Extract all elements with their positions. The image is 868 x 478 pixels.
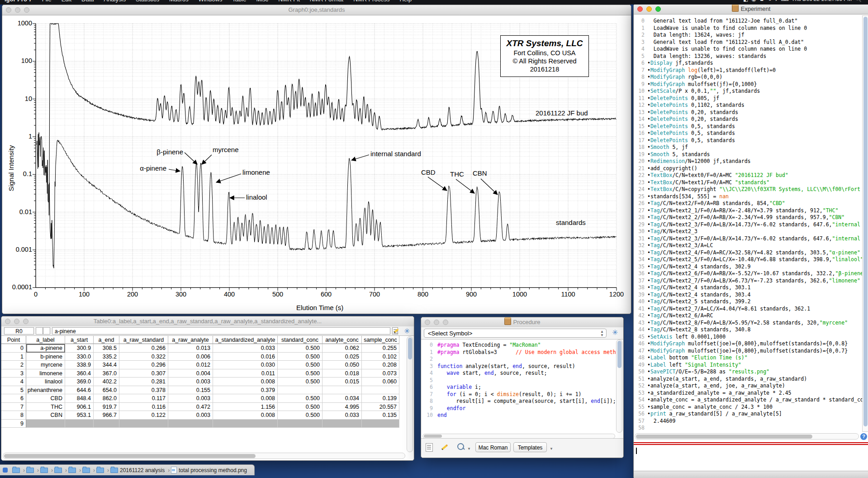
table-horizontal-scrollbar[interactable] — [3, 453, 405, 459]
table-cell[interactable]: 0.296 — [119, 361, 168, 369]
table-cell[interactable]: 0.307 — [119, 369, 168, 378]
table-cell[interactable]: 0.379 — [213, 386, 278, 395]
menu-clock[interactable]: Thu Dec 22 10:27:56 PM — [792, 0, 852, 2]
table-cell[interactable]: CBD — [26, 394, 65, 403]
encoding-button[interactable]: Mac Roman — [475, 442, 511, 452]
code-editor[interactable]: 0#pragma TextEncoding = "MacRoman"1#prag… — [421, 339, 617, 436]
table-cell[interactable]: 0.266 — [119, 344, 168, 353]
menu-item-statistics[interactable]: Statistics — [136, 0, 159, 3]
table-cell[interactable]: 20.557 — [362, 403, 399, 411]
minimize-icon[interactable] — [646, 6, 652, 12]
table-cell[interactable] — [278, 386, 323, 395]
table-cell[interactable] — [323, 386, 362, 395]
table-cell[interactable]: 0.139 — [362, 394, 399, 403]
format-box-2[interactable] — [43, 327, 50, 335]
table-cell[interactable]: 0.015 — [323, 378, 362, 386]
table-cell[interactable]: b-pinene — [26, 353, 65, 361]
window-controls[interactable] — [425, 320, 448, 325]
procedure-titlebar[interactable]: Procedure — [421, 317, 623, 328]
finder-app-icon[interactable] — [3, 468, 8, 473]
procedure-vertical-scrollbar[interactable] — [616, 339, 622, 433]
column-header-a_standardized_analyte[interactable]: a_standardized_analyte — [213, 336, 278, 344]
table-cell[interactable] — [362, 386, 399, 395]
menu-item-nmr-format[interactable]: NMR Format — [310, 0, 343, 3]
column-header-a_label[interactable]: a_label — [26, 336, 65, 344]
menu-item-analysis[interactable]: Analysis — [104, 0, 126, 3]
finder-folder-item[interactable] — [40, 468, 48, 473]
templates-dropdown-arrow-icon[interactable]: ▼ — [550, 447, 553, 451]
finder-folder-item[interactable] — [96, 468, 104, 473]
table-cell[interactable] — [213, 420, 278, 428]
table-cell[interactable]: 0.008 — [213, 394, 278, 403]
column-header-standard_conc[interactable]: standard_conc — [278, 336, 323, 344]
finder-folder-item[interactable] — [12, 468, 20, 473]
finder-folder-item[interactable]: 20161122 analysis — [110, 467, 165, 473]
experiment-titlebar[interactable]: Experiment — [634, 4, 868, 14]
templates-button[interactable]: Templates — [513, 442, 547, 452]
table-cell[interactable]: 0.011 — [213, 369, 278, 378]
table-cell[interactable]: 0.012 — [168, 361, 213, 369]
zoom-icon[interactable] — [23, 319, 28, 324]
menu-item-data[interactable]: Data — [81, 0, 94, 3]
table-cell[interactable]: THC — [26, 403, 65, 411]
table-cell[interactable]: 1.156 — [213, 403, 278, 411]
format-box-1[interactable] — [36, 327, 43, 335]
menu-item-macros[interactable]: Macros — [169, 0, 189, 3]
minimize-icon[interactable] — [434, 320, 439, 325]
app-menu[interactable]: Igor Pro 7 — [5, 0, 32, 3]
cell-reference[interactable]: R0 — [4, 327, 34, 335]
table-cell[interactable] — [278, 420, 323, 428]
table-cell[interactable]: 0.322 — [119, 353, 168, 361]
table-cell[interactable]: 0.003 — [168, 394, 213, 403]
table-cell[interactable]: 300.9 — [65, 344, 94, 353]
window-controls[interactable] — [5, 319, 28, 324]
experiment-horizontal-scrollbar[interactable] — [635, 433, 859, 440]
menu-item-nmr-process[interactable]: NMR Process — [353, 0, 389, 3]
table-titlebar[interactable]: Table0:a_label,a_start,a_end,a_raw_stand… — [1, 316, 414, 327]
window-controls[interactable] — [637, 6, 661, 12]
zoom-icon[interactable] — [655, 6, 661, 12]
close-icon[interactable] — [5, 319, 10, 324]
table-cell[interactable]: 848.4 — [65, 394, 94, 403]
menu-item-file[interactable]: File — [42, 0, 52, 3]
menu-item-help[interactable]: Help — [399, 0, 412, 3]
procedure-settings-gear-icon[interactable]: ✳ — [612, 328, 618, 337]
experiment-vertical-scrollbar[interactable] — [862, 15, 868, 432]
graph-titlebar[interactable]: Graph0:joe,standards — [2, 5, 631, 15]
window-controls[interactable] — [6, 7, 29, 13]
procedure-list-icon[interactable] — [426, 443, 434, 451]
table-cell[interactable]: 0.030 — [213, 361, 278, 369]
menu-item-edit[interactable]: Edit — [62, 0, 71, 3]
table-cell[interactable]: 0.500 — [278, 394, 323, 403]
close-icon[interactable] — [637, 6, 643, 12]
table-cell[interactable]: linalool — [26, 378, 65, 386]
table-cell[interactable] — [323, 420, 362, 428]
table-cell[interactable] — [168, 420, 213, 428]
table-cell[interactable]: 0.122 — [119, 411, 168, 420]
table-cell[interactable]: 367.0 — [94, 369, 119, 378]
table-cell[interactable]: 0.016 — [213, 353, 278, 361]
column-header-sample_conc[interactable]: sample_conc — [362, 336, 399, 344]
menu-item-windows[interactable]: Windows — [199, 0, 223, 3]
table-cell[interactable]: 654.0 — [94, 386, 119, 395]
finder-folder-item[interactable] — [54, 468, 62, 473]
command-line-input[interactable] — [634, 445, 868, 471]
zoom-icon[interactable] — [24, 7, 29, 13]
minimize-icon[interactable] — [14, 319, 19, 324]
table-cell[interactable]: 0.155 — [168, 386, 213, 395]
table-cell[interactable]: 0.378 — [119, 386, 168, 395]
table-cell[interactable]: 369.0 — [65, 378, 94, 386]
finder-folder-item[interactable] — [68, 468, 76, 473]
table-cell[interactable]: phenanthrene — [26, 386, 65, 395]
table-cell[interactable]: 906.1 — [65, 403, 94, 411]
table-cell[interactable]: 0.500 — [278, 361, 323, 369]
table-cell[interactable]: 0.018 — [323, 369, 362, 378]
table-cell[interactable]: 0.033 — [213, 344, 278, 353]
close-icon[interactable] — [6, 7, 11, 13]
table-cell[interactable]: 0.500 — [278, 344, 323, 353]
finder-file-item[interactable]: total processing method.png — [171, 467, 247, 473]
status-icons[interactable]: ◧ ◉ ▲ ↻ ♪ ⌨ — [743, 0, 790, 2]
table-cell[interactable]: 0.008 — [213, 378, 278, 386]
table-cell[interactable]: 338.9 — [65, 361, 94, 369]
table-cell[interactable]: 0.500 — [278, 411, 323, 420]
